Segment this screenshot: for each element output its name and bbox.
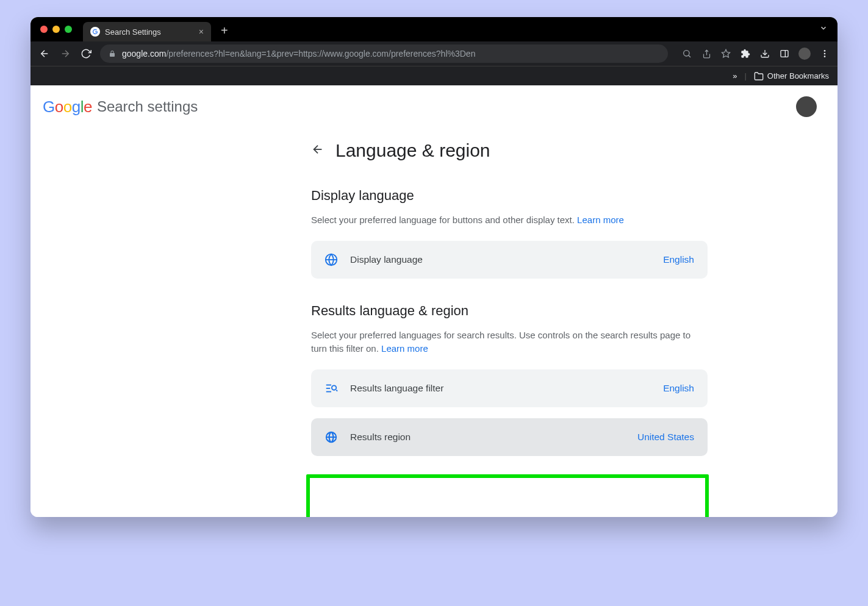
maximize-window-button[interactable]	[65, 26, 72, 33]
browser-window: Search Settings × + google.com/preferenc…	[30, 17, 838, 517]
profile-avatar-icon[interactable]	[798, 48, 811, 60]
share-icon[interactable]	[701, 48, 712, 59]
svg-point-10	[824, 50, 826, 52]
folder-icon	[754, 71, 764, 81]
page-content: Google Search settings Language & region…	[30, 85, 838, 517]
zoom-icon[interactable]	[681, 48, 692, 59]
section-heading: Display language	[311, 188, 708, 204]
results-region-card[interactable]: Results region United States	[311, 418, 708, 456]
star-icon[interactable]	[720, 48, 731, 59]
section-description: Select your preferred languages for sear…	[311, 329, 708, 356]
card-label: Display language	[350, 254, 423, 265]
filter-search-icon	[325, 382, 338, 395]
forward-button[interactable]	[59, 47, 72, 60]
google-favicon-icon	[90, 27, 100, 37]
globe-icon	[325, 253, 338, 266]
minimize-window-button[interactable]	[52, 26, 60, 33]
downloads-icon[interactable]	[759, 48, 770, 59]
reload-button[interactable]	[79, 47, 93, 60]
svg-point-12	[824, 55, 826, 57]
section-heading: Results language & region	[311, 303, 708, 319]
section-display-language: Display language Select your preferred l…	[311, 188, 708, 279]
titlebar: Search Settings × +	[30, 17, 838, 41]
browser-toolbar: google.com/preferences?hl=en&lang=1&prev…	[30, 41, 838, 66]
svg-line-20	[336, 390, 337, 391]
google-logo[interactable]: Google	[43, 98, 92, 116]
app-title: Search settings	[97, 98, 198, 115]
svg-point-19	[332, 385, 336, 390]
svg-marker-6	[722, 49, 730, 57]
menu-icon[interactable]	[819, 48, 830, 59]
extensions-icon[interactable]	[740, 48, 751, 59]
new-tab-button[interactable]: +	[221, 24, 228, 38]
other-bookmarks-label: Other Bookmarks	[767, 71, 829, 80]
content-header: Google Search settings	[30, 85, 838, 128]
display-language-card[interactable]: Display language English	[311, 241, 708, 279]
window-controls	[40, 26, 72, 33]
section-description: Select your preferred language for butto…	[311, 213, 708, 227]
bookmarks-overflow[interactable]: »	[733, 71, 737, 80]
tabs-dropdown-icon[interactable]	[819, 24, 828, 35]
main-column: Language & region Display language Selec…	[311, 140, 708, 456]
page-title: Language & region	[335, 140, 490, 161]
card-value: English	[663, 383, 694, 394]
url-text: google.com/preferences?hl=en&lang=1&prev…	[122, 49, 475, 59]
card-value: United States	[637, 432, 694, 443]
card-value: English	[663, 254, 694, 265]
svg-rect-8	[781, 51, 788, 57]
svg-point-3	[684, 51, 689, 56]
learn-more-link[interactable]: Learn more	[577, 215, 624, 225]
panel-icon[interactable]	[779, 48, 790, 59]
other-bookmarks-folder[interactable]: Other Bookmarks	[754, 71, 829, 81]
results-language-filter-card[interactable]: Results language filter English	[311, 369, 708, 407]
back-button[interactable]	[38, 47, 51, 60]
section-results-language-region: Results language & region Select your pr…	[311, 303, 708, 456]
world-icon	[325, 430, 338, 444]
lock-icon	[109, 50, 116, 57]
tab-title: Search Settings	[105, 27, 161, 37]
close-window-button[interactable]	[40, 26, 48, 33]
card-label: Results language filter	[350, 383, 443, 394]
browser-tab[interactable]: Search Settings ×	[83, 22, 211, 41]
account-avatar[interactable]	[796, 96, 817, 117]
learn-more-link[interactable]: Learn more	[381, 343, 428, 354]
card-label: Results region	[350, 432, 411, 443]
address-bar[interactable]: google.com/preferences?hl=en&lang=1&prev…	[100, 45, 668, 63]
svg-point-11	[824, 53, 826, 55]
back-arrow-icon[interactable]	[311, 143, 325, 159]
separator: |	[744, 71, 746, 80]
highlight-annotation	[306, 474, 709, 517]
svg-line-4	[689, 55, 690, 57]
bookmarks-bar: » | Other Bookmarks	[30, 66, 838, 85]
close-tab-icon[interactable]: ×	[199, 27, 204, 37]
